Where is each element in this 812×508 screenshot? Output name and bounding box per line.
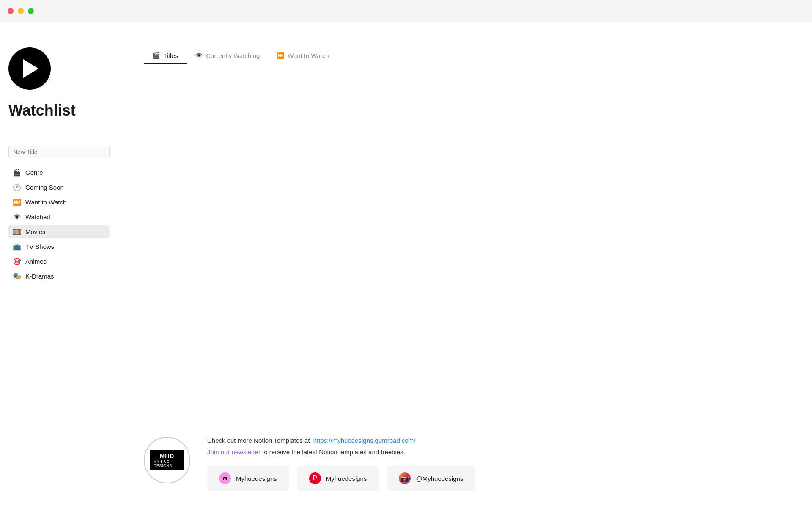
sidebar-item-k-dramas[interactable]: 🎭 K-Dramas [8, 270, 110, 283]
sidebar: Watchlist 🎬 Genre 🕐 Coming Soon ⏭️ Want … [0, 22, 118, 508]
footer-logo-mhd: MHD [160, 453, 175, 459]
page-title: Watchlist [8, 102, 110, 119]
section-divider [144, 407, 787, 407]
tv-shows-icon: 📺 [13, 243, 21, 251]
footer-logo-inner: MHD MY HUE DESIGNS [150, 450, 184, 470]
sidebar-item-k-dramas-label: K-Dramas [25, 273, 54, 280]
new-title-input[interactable] [8, 146, 110, 158]
want-to-watch-tab-icon: ⏭️ [277, 52, 285, 59]
footer-logo-circle: MHD MY HUE DESIGNS [144, 437, 190, 483]
tab-currently-watching[interactable]: 👁️ Currently Watching [187, 47, 268, 64]
main-content: 🎬 Titles 👁️ Currently Watching ⏭️ Want t… [118, 22, 812, 508]
footer-check-out-text: Check out more Notion Templates at [207, 437, 310, 444]
coming-soon-icon: 🕐 [13, 183, 21, 191]
gumroad-icon: G [219, 472, 231, 484]
sidebar-item-movies[interactable]: 🎞️ Movies [8, 225, 110, 238]
traffic-light-green[interactable] [28, 8, 34, 14]
social-card-gumroad[interactable]: G Myhuedesigns [207, 466, 289, 491]
social-card-instagram[interactable]: 📷 @Myhuedesigns [387, 466, 475, 491]
sidebar-item-genre[interactable]: 🎬 Genre [8, 166, 110, 179]
sidebar-item-movies-label: Movies [25, 228, 46, 235]
animes-icon: 🎯 [13, 257, 21, 265]
footer-logo-sub: MY HUE DESIGNS [154, 459, 181, 468]
tab-currently-watching-label: Currently Watching [206, 52, 260, 59]
social-cards: G Myhuedesigns P Myhuedesigns 📷 [207, 466, 787, 491]
footer-section: MHD MY HUE DESIGNS Check out more Notion… [144, 420, 787, 491]
pinterest-icon: P [309, 472, 321, 484]
social-card-pinterest[interactable]: P Myhuedesigns [297, 466, 379, 491]
sidebar-item-animes[interactable]: 🎯 Animes [8, 255, 110, 268]
k-dramas-icon: 🎭 [13, 272, 21, 280]
sidebar-item-watched-label: Watched [25, 213, 50, 221]
movies-icon: 🎞️ [13, 228, 21, 236]
social-card-gumroad-label: Myhuedesigns [236, 475, 277, 482]
genre-icon: 🎬 [13, 168, 21, 177]
sidebar-item-coming-soon[interactable]: 🕐 Coming Soon [8, 181, 110, 194]
tabs-bar: 🎬 Titles 👁️ Currently Watching ⏭️ Want t… [144, 47, 787, 64]
instagram-icon: 📷 [399, 472, 411, 484]
sidebar-item-coming-soon-label: Coming Soon [25, 184, 64, 191]
footer-newsletter-line: Join our newsletter to receive the lates… [207, 448, 787, 456]
sidebar-item-tv-shows[interactable]: 📺 TV Shows [8, 240, 110, 253]
tab-content-area [144, 77, 787, 390]
traffic-light-red[interactable] [8, 8, 14, 14]
window-chrome [0, 0, 812, 22]
sidebar-item-genre-label: Genre [25, 169, 43, 176]
social-card-instagram-label: @Myhuedesigns [416, 475, 463, 482]
footer-newsletter-link[interactable]: Join our newsletter [207, 448, 261, 456]
watched-icon: 👁️ [13, 213, 21, 221]
play-triangle-icon [23, 59, 38, 78]
social-card-pinterest-label: Myhuedesigns [326, 475, 367, 482]
sidebar-item-tv-shows-label: TV Shows [25, 243, 54, 250]
footer-newsletter-suffix: to receive the latest Notion templates a… [261, 448, 405, 456]
currently-watching-tab-icon: 👁️ [195, 52, 203, 59]
footer-gumroad-link[interactable]: https://myhuedesigns.gumroad.com/ [313, 437, 416, 444]
sidebar-item-want-to-watch[interactable]: ⏭️ Want to Watch [8, 196, 110, 209]
tab-titles[interactable]: 🎬 Titles [144, 47, 187, 64]
traffic-light-yellow[interactable] [18, 8, 24, 14]
footer-text-line: Check out more Notion Templates at https… [207, 437, 787, 444]
sidebar-item-want-to-watch-label: Want to Watch [25, 199, 66, 206]
sidebar-item-animes-label: Animes [25, 258, 47, 265]
footer-text-area: Check out more Notion Templates at https… [207, 437, 787, 491]
want-to-watch-icon: ⏭️ [13, 198, 21, 206]
nav-list: 🎬 Genre 🕐 Coming Soon ⏭️ Want to Watch 👁… [8, 166, 110, 283]
play-icon [8, 47, 51, 90]
sidebar-item-watched[interactable]: 👁️ Watched [8, 210, 110, 224]
tab-titles-label: Titles [163, 52, 178, 59]
app-container: Watchlist 🎬 Genre 🕐 Coming Soon ⏭️ Want … [0, 0, 812, 508]
tab-want-to-watch-label: Want to Watch [288, 52, 329, 59]
tab-want-to-watch[interactable]: ⏭️ Want to Watch [268, 47, 337, 64]
titles-tab-icon: 🎬 [152, 52, 160, 59]
sidebar-logo-area: Watchlist [8, 47, 110, 133]
